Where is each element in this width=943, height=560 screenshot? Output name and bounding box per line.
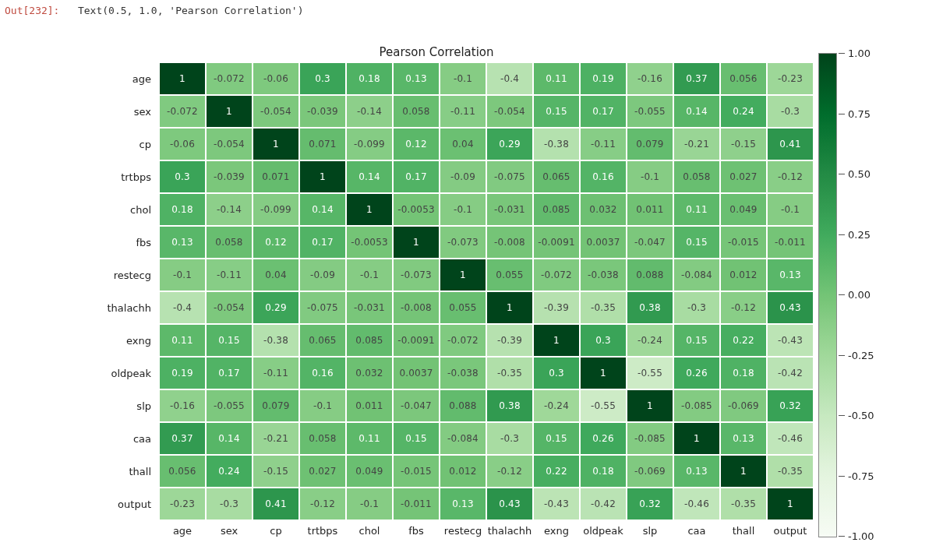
heatmap-cell: -0.21 bbox=[673, 128, 720, 160]
colorbar-tick-label: 0.50 bbox=[848, 168, 871, 180]
heatmap-cell: -0.35 bbox=[486, 357, 533, 389]
x-tick-label: fbs bbox=[393, 520, 440, 542]
heatmap-cell: -0.085 bbox=[627, 422, 673, 455]
y-tick-label: slp bbox=[109, 389, 159, 422]
out-text: Text(0.5, 1.0, 'Pearson Correlation') bbox=[78, 5, 304, 16]
heatmap-cell: -0.072 bbox=[533, 259, 580, 291]
heatmap-cell: -0.054 bbox=[206, 291, 253, 324]
heatmap-cell: 1 bbox=[159, 62, 206, 95]
heatmap-cell: -0.054 bbox=[253, 95, 299, 128]
heatmap-cell: 1 bbox=[346, 193, 393, 226]
heatmap-cell: 0.37 bbox=[673, 62, 720, 95]
heatmap-cell: 0.26 bbox=[580, 422, 627, 455]
heatmap-cell: 0.19 bbox=[580, 62, 627, 95]
heatmap-cell: -0.008 bbox=[393, 291, 440, 324]
heatmap-cell: -0.42 bbox=[580, 488, 627, 520]
out-label: Out[232]: bbox=[5, 5, 59, 16]
heatmap-cell: 0.14 bbox=[673, 95, 720, 128]
heatmap-cell: -0.43 bbox=[533, 488, 580, 520]
heatmap-cell: -0.1 bbox=[440, 62, 486, 95]
heatmap-cell: 0.32 bbox=[767, 389, 814, 422]
heatmap-cell: 0.32 bbox=[627, 488, 673, 520]
heatmap-cell: -0.1 bbox=[440, 193, 486, 226]
heatmap-cell: 0.18 bbox=[580, 455, 627, 488]
y-tick-label: thall bbox=[109, 455, 159, 488]
heatmap-cell: 0.11 bbox=[533, 62, 580, 95]
heatmap-cell: 0.0037 bbox=[393, 357, 440, 389]
heatmap-cell: -0.073 bbox=[440, 226, 486, 259]
heatmap-cell: -0.054 bbox=[206, 128, 253, 160]
heatmap-cell: -0.55 bbox=[580, 389, 627, 422]
heatmap-cell: 0.058 bbox=[393, 95, 440, 128]
y-tick-label: cp bbox=[109, 128, 159, 160]
y-tick-label: chol bbox=[109, 193, 159, 226]
heatmap-cell: -0.55 bbox=[627, 357, 673, 389]
heatmap-cell: -0.038 bbox=[440, 357, 486, 389]
heatmap-cell: 0.027 bbox=[299, 455, 346, 488]
heatmap-cell: 0.11 bbox=[159, 324, 206, 357]
heatmap-cell: 0.058 bbox=[206, 226, 253, 259]
heatmap-cell: 0.17 bbox=[299, 226, 346, 259]
heatmap-cell: -0.011 bbox=[767, 226, 814, 259]
heatmap-cell: -0.099 bbox=[253, 193, 299, 226]
heatmap-cell: -0.047 bbox=[627, 226, 673, 259]
heatmap-cell: 0.26 bbox=[673, 357, 720, 389]
heatmap-cell: -0.1 bbox=[346, 259, 393, 291]
x-tick-label: output bbox=[767, 520, 814, 542]
heatmap-cell: 0.15 bbox=[393, 422, 440, 455]
heatmap-cell: 0.14 bbox=[346, 160, 393, 193]
heatmap-cell: -0.11 bbox=[206, 259, 253, 291]
heatmap-cell: 0.14 bbox=[299, 193, 346, 226]
heatmap-cell: -0.3 bbox=[673, 291, 720, 324]
heatmap-cell: 0.011 bbox=[627, 193, 673, 226]
heatmap-cell: 0.3 bbox=[299, 62, 346, 95]
heatmap-cell: 1 bbox=[486, 291, 533, 324]
y-tick-label: thalachh bbox=[109, 291, 159, 324]
heatmap-cell: -0.0091 bbox=[393, 324, 440, 357]
heatmap-grid: age1-0.072-0.060.30.180.13-0.1-0.40.110.… bbox=[109, 62, 814, 520]
heatmap-cell: -0.46 bbox=[767, 422, 814, 455]
heatmap-cell: -0.038 bbox=[580, 259, 627, 291]
y-tick-label: sex bbox=[109, 95, 159, 128]
heatmap-cell: 1 bbox=[673, 422, 720, 455]
heatmap-cell: -0.039 bbox=[206, 160, 253, 193]
x-tick-label: cp bbox=[253, 520, 299, 542]
heatmap-cell: -0.085 bbox=[673, 389, 720, 422]
heatmap-cell: -0.1 bbox=[627, 160, 673, 193]
chart-title: Pearson Correlation bbox=[109, 45, 764, 59]
heatmap-cell: 1 bbox=[533, 324, 580, 357]
colorbar-tick-label: -1.00 bbox=[848, 530, 874, 542]
heatmap-cell: -0.011 bbox=[393, 488, 440, 520]
heatmap-cell: 0.3 bbox=[159, 160, 206, 193]
heatmap-cell: 0.088 bbox=[440, 389, 486, 422]
heatmap-cell: -0.35 bbox=[720, 488, 767, 520]
heatmap-cell: 0.17 bbox=[206, 357, 253, 389]
heatmap-cell: -0.1 bbox=[299, 389, 346, 422]
heatmap-cell: 0.11 bbox=[346, 422, 393, 455]
heatmap-cell: 0.049 bbox=[346, 455, 393, 488]
heatmap-cell: 0.049 bbox=[720, 193, 767, 226]
heatmap-cell: 0.032 bbox=[580, 193, 627, 226]
heatmap-cell: 0.3 bbox=[580, 324, 627, 357]
x-tick-label: restecg bbox=[440, 520, 486, 542]
heatmap-cell: -0.084 bbox=[673, 259, 720, 291]
heatmap-cell: 0.11 bbox=[673, 193, 720, 226]
y-tick-label: caa bbox=[109, 422, 159, 455]
colorbar-tick-label: -0.50 bbox=[848, 410, 874, 421]
heatmap-cell: 0.071 bbox=[299, 128, 346, 160]
heatmap-cell: 0.027 bbox=[720, 160, 767, 193]
heatmap-cell: -0.1 bbox=[159, 259, 206, 291]
heatmap-cell: 0.088 bbox=[627, 259, 673, 291]
heatmap-cell: -0.073 bbox=[393, 259, 440, 291]
heatmap-cell: 0.18 bbox=[159, 193, 206, 226]
heatmap-cell: -0.084 bbox=[440, 422, 486, 455]
colorbar-tick-label: -0.75 bbox=[848, 470, 874, 482]
heatmap-cell: 0.37 bbox=[159, 422, 206, 455]
heatmap-cell: -0.14 bbox=[346, 95, 393, 128]
heatmap-cell: 1 bbox=[720, 455, 767, 488]
jupyter-output-prompt: Out[232]: Text(0.5, 1.0, 'Pearson Correl… bbox=[5, 5, 304, 16]
heatmap-cell: -0.23 bbox=[159, 488, 206, 520]
heatmap-cell: -0.0091 bbox=[533, 226, 580, 259]
heatmap-cell: 0.18 bbox=[720, 357, 767, 389]
heatmap-cell: 0.056 bbox=[159, 455, 206, 488]
